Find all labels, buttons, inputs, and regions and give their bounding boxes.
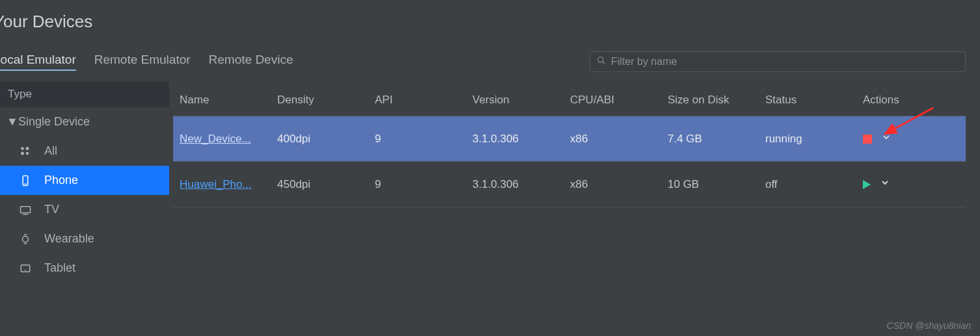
col-size: Size on Disk xyxy=(668,94,765,107)
cell-size: 10 GB xyxy=(668,178,765,191)
cell-status: running xyxy=(765,133,863,146)
tree-group-label: Single Device xyxy=(18,115,90,129)
search-icon xyxy=(597,56,606,68)
cell-version: 3.1.0.306 xyxy=(472,133,570,146)
sidebar-item-label: All xyxy=(44,144,57,158)
sidebar-item-wearable[interactable]: Wearable xyxy=(0,224,169,253)
cell-status: off xyxy=(765,178,863,191)
cell-size: 7.4 GB xyxy=(668,133,765,146)
tab-local-emulator[interactable]: Local Emulator xyxy=(0,53,76,71)
cell-api: 9 xyxy=(375,178,472,191)
watermark: CSDN @shayu8nian xyxy=(887,320,971,331)
svg-rect-8 xyxy=(21,206,31,213)
svg-point-5 xyxy=(26,151,29,155)
search-input[interactable] xyxy=(611,56,959,68)
table-header: Name Density API Version CPU/ABI Size on… xyxy=(173,84,966,116)
devices-table: Name Density API Version CPU/ABI Size on… xyxy=(173,84,966,207)
sidebar-item-label: TV xyxy=(44,203,59,216)
col-api: API xyxy=(375,94,472,107)
table-row[interactable]: Huawei_Pho... 450dpi 9 3.1.0.306 x86 10 … xyxy=(173,162,966,207)
svg-point-10 xyxy=(23,236,29,242)
col-version: Version xyxy=(472,94,570,107)
sidebar-item-phone[interactable]: Phone xyxy=(0,166,169,195)
sidebar-item-all[interactable]: All xyxy=(0,136,169,166)
svg-line-1 xyxy=(603,62,605,64)
cell-api: 9 xyxy=(375,133,472,146)
sidebar-item-tablet[interactable]: Tablet xyxy=(0,253,169,283)
col-density: Density xyxy=(277,94,375,107)
cell-cpu: x86 xyxy=(570,178,668,191)
cell-density: 450dpi xyxy=(277,178,375,191)
cell-version: 3.1.0.306 xyxy=(472,178,570,191)
phone-icon xyxy=(18,175,33,187)
device-name-link[interactable]: Huawei_Pho... xyxy=(180,178,252,190)
top-bar: Local Emulator Remote Emulator Remote De… xyxy=(0,32,980,81)
col-actions: Actions xyxy=(863,94,959,107)
cell-actions xyxy=(863,132,959,146)
device-name-link[interactable]: New_Device... xyxy=(180,133,251,145)
grid-icon xyxy=(18,146,33,157)
svg-point-2 xyxy=(21,147,24,150)
svg-rect-3 xyxy=(26,147,29,150)
table-row[interactable]: New_Device... 400dpi 9 3.1.0.306 x86 7.4… xyxy=(173,116,966,162)
page-title: Your Devices xyxy=(0,0,980,32)
tab-remote-device[interactable]: Remote Device xyxy=(209,53,293,71)
sidebar: Type ▼ Single Device All Phone TV xyxy=(0,81,169,283)
svg-rect-4 xyxy=(21,151,24,155)
cell-actions xyxy=(863,177,959,191)
sidebar-item-label: Tablet xyxy=(44,261,75,275)
cell-cpu: x86 xyxy=(570,133,668,146)
tab-remote-emulator[interactable]: Remote Emulator xyxy=(94,53,191,71)
tablet-icon xyxy=(18,263,33,274)
chevron-down-icon[interactable] xyxy=(881,132,892,146)
sidebar-item-label: Wearable xyxy=(44,232,94,246)
sidebar-item-tv[interactable]: TV xyxy=(0,195,169,224)
chevron-down-icon[interactable] xyxy=(880,177,890,191)
col-cpu: CPU/ABI xyxy=(570,94,668,107)
tree-group-single-device[interactable]: ▼ Single Device xyxy=(0,107,169,136)
cell-density: 400dpi xyxy=(277,133,375,146)
col-name: Name xyxy=(180,94,277,107)
sidebar-item-label: Phone xyxy=(44,174,78,187)
tabs: Local Emulator Remote Emulator Remote De… xyxy=(0,53,293,71)
content: Name Density API Version CPU/ABI Size on… xyxy=(169,81,980,283)
play-icon[interactable] xyxy=(863,180,871,189)
col-status: Status xyxy=(765,94,863,107)
tv-icon xyxy=(18,204,33,216)
svg-point-0 xyxy=(598,57,603,62)
caret-down-icon: ▼ xyxy=(7,115,14,129)
watch-icon xyxy=(18,233,33,245)
sidebar-header: Type xyxy=(0,81,169,107)
search-box[interactable] xyxy=(590,51,966,72)
stop-icon[interactable] xyxy=(863,135,872,144)
